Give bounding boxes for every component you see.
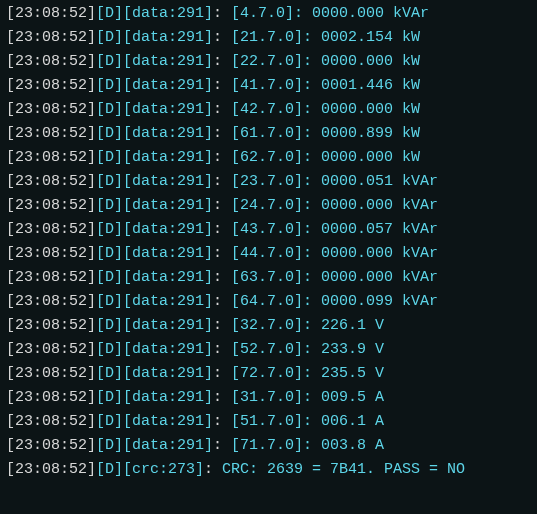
- timestamp: [23:08:52]: [6, 245, 96, 262]
- log-line: [23:08:52][D][data:291]: [24.7.0]: 0000.…: [6, 194, 531, 218]
- separator: :: [213, 197, 231, 214]
- separator: :: [213, 317, 231, 334]
- log-level: [D]: [96, 77, 123, 94]
- separator: :: [213, 437, 231, 454]
- log-line: [23:08:52][D][data:291]: [43.7.0]: 0000.…: [6, 218, 531, 242]
- log-message: [61.7.0]: 0000.899 kW: [231, 125, 420, 142]
- log-message: [52.7.0]: 233.9 V: [231, 341, 384, 358]
- log-source: [data:291]: [123, 437, 213, 454]
- log-source: [data:291]: [123, 5, 213, 22]
- log-line: [23:08:52][D][data:291]: [22.7.0]: 0000.…: [6, 50, 531, 74]
- log-level: [D]: [96, 269, 123, 286]
- log-message: CRC: 2639 = 7B41. PASS = NO: [222, 461, 465, 478]
- log-source: [data:291]: [123, 197, 213, 214]
- log-level: [D]: [96, 173, 123, 190]
- log-line: [23:08:52][D][data:291]: [71.7.0]: 003.8…: [6, 434, 531, 458]
- log-message: [23.7.0]: 0000.051 kVAr: [231, 173, 438, 190]
- timestamp: [23:08:52]: [6, 389, 96, 406]
- log-source: [data:291]: [123, 149, 213, 166]
- log-line: [23:08:52][D][data:291]: [63.7.0]: 0000.…: [6, 266, 531, 290]
- separator: :: [213, 101, 231, 118]
- log-message: [21.7.0]: 0002.154 kW: [231, 29, 420, 46]
- log-level: [D]: [96, 413, 123, 430]
- timestamp: [23:08:52]: [6, 269, 96, 286]
- log-message: [64.7.0]: 0000.099 kVAr: [231, 293, 438, 310]
- separator: :: [213, 341, 231, 358]
- log-level: [D]: [96, 29, 123, 46]
- log-source: [data:291]: [123, 293, 213, 310]
- log-source: [crc:273]: [123, 461, 204, 478]
- log-level: [D]: [96, 461, 123, 478]
- timestamp: [23:08:52]: [6, 197, 96, 214]
- log-message: [22.7.0]: 0000.000 kW: [231, 53, 420, 70]
- separator: :: [213, 221, 231, 238]
- timestamp: [23:08:52]: [6, 413, 96, 430]
- separator: :: [213, 53, 231, 70]
- timestamp: [23:08:52]: [6, 125, 96, 142]
- log-line: [23:08:52][D][data:291]: [61.7.0]: 0000.…: [6, 122, 531, 146]
- separator: :: [213, 77, 231, 94]
- log-level: [D]: [96, 389, 123, 406]
- log-source: [data:291]: [123, 413, 213, 430]
- separator: :: [213, 413, 231, 430]
- log-message: [51.7.0]: 006.1 A: [231, 413, 384, 430]
- log-message: [72.7.0]: 235.5 V: [231, 365, 384, 382]
- log-source: [data:291]: [123, 269, 213, 286]
- log-message: [43.7.0]: 0000.057 kVAr: [231, 221, 438, 238]
- log-source: [data:291]: [123, 53, 213, 70]
- log-level: [D]: [96, 149, 123, 166]
- timestamp: [23:08:52]: [6, 101, 96, 118]
- separator: :: [213, 29, 231, 46]
- log-line: [23:08:52][D][data:291]: [44.7.0]: 0000.…: [6, 242, 531, 266]
- log-line: [23:08:52][D][data:291]: [32.7.0]: 226.1…: [6, 314, 531, 338]
- timestamp: [23:08:52]: [6, 29, 96, 46]
- log-line: [23:08:52][D][data:291]: [21.7.0]: 0002.…: [6, 26, 531, 50]
- log-source: [data:291]: [123, 29, 213, 46]
- log-source: [data:291]: [123, 125, 213, 142]
- timestamp: [23:08:52]: [6, 173, 96, 190]
- log-source: [data:291]: [123, 221, 213, 238]
- timestamp: [23:08:52]: [6, 5, 96, 22]
- log-message: [32.7.0]: 226.1 V: [231, 317, 384, 334]
- log-message: [4.7.0]: 0000.000 kVAr: [231, 5, 429, 22]
- log-level: [D]: [96, 293, 123, 310]
- log-message: [42.7.0]: 0000.000 kW: [231, 101, 420, 118]
- separator: :: [213, 5, 231, 22]
- log-line: [23:08:52][D][data:291]: [51.7.0]: 006.1…: [6, 410, 531, 434]
- log-level: [D]: [96, 197, 123, 214]
- separator: :: [204, 461, 222, 478]
- timestamp: [23:08:52]: [6, 293, 96, 310]
- separator: :: [213, 245, 231, 262]
- log-message: [31.7.0]: 009.5 A: [231, 389, 384, 406]
- timestamp: [23:08:52]: [6, 149, 96, 166]
- timestamp: [23:08:52]: [6, 437, 96, 454]
- log-source: [data:291]: [123, 173, 213, 190]
- log-source: [data:291]: [123, 389, 213, 406]
- timestamp: [23:08:52]: [6, 461, 96, 478]
- log-line: [23:08:52][D][crc:273]: CRC: 2639 = 7B41…: [6, 458, 531, 482]
- separator: :: [213, 293, 231, 310]
- log-message: [41.7.0]: 0001.446 kW: [231, 77, 420, 94]
- timestamp: [23:08:52]: [6, 221, 96, 238]
- log-level: [D]: [96, 53, 123, 70]
- log-message: [71.7.0]: 003.8 A: [231, 437, 384, 454]
- log-level: [D]: [96, 341, 123, 358]
- log-message: [24.7.0]: 0000.000 kVAr: [231, 197, 438, 214]
- timestamp: [23:08:52]: [6, 341, 96, 358]
- log-line: [23:08:52][D][data:291]: [52.7.0]: 233.9…: [6, 338, 531, 362]
- separator: :: [213, 269, 231, 286]
- log-level: [D]: [96, 245, 123, 262]
- log-source: [data:291]: [123, 101, 213, 118]
- log-message: [44.7.0]: 0000.000 kVAr: [231, 245, 438, 262]
- log-line: [23:08:52][D][data:291]: [72.7.0]: 235.5…: [6, 362, 531, 386]
- log-level: [D]: [96, 221, 123, 238]
- log-message: [63.7.0]: 0000.000 kVAr: [231, 269, 438, 286]
- log-level: [D]: [96, 125, 123, 142]
- log-message: [62.7.0]: 0000.000 kW: [231, 149, 420, 166]
- log-level: [D]: [96, 365, 123, 382]
- log-source: [data:291]: [123, 365, 213, 382]
- separator: :: [213, 125, 231, 142]
- log-level: [D]: [96, 317, 123, 334]
- log-source: [data:291]: [123, 317, 213, 334]
- log-line: [23:08:52][D][data:291]: [31.7.0]: 009.5…: [6, 386, 531, 410]
